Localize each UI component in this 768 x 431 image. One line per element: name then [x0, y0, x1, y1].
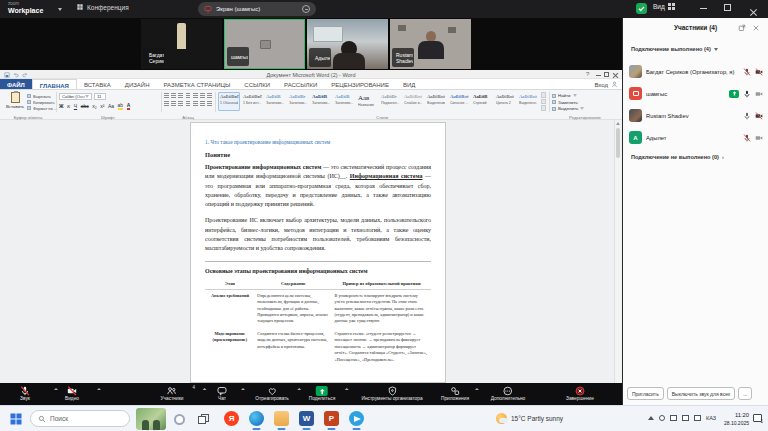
tab-insert[interactable]: ВСТАВКА [77, 79, 118, 89]
chevron-up-icon[interactable] [241, 388, 245, 390]
underline-button[interactable]: Ч [74, 104, 77, 109]
shading-button[interactable] [200, 101, 205, 106]
bold-button[interactable]: Ж [59, 104, 64, 109]
mute-button[interactable]: Звук [20, 384, 30, 404]
chevron-up-icon[interactable] [475, 388, 479, 390]
widgets-thumbnail[interactable] [136, 408, 166, 430]
italic-button[interactable]: К [67, 104, 70, 109]
start-button[interactable] [10, 413, 22, 425]
tab-references[interactable]: ССЫЛКИ [237, 79, 277, 89]
taskbar-app-telegram[interactable] [349, 411, 364, 426]
sign-in-button[interactable]: Вход [594, 81, 618, 88]
style-chip[interactable]: АаБбВгЗаголово... [287, 92, 309, 111]
participant-row[interactable]: Rustam Shadiev [629, 106, 763, 125]
style-chip[interactable]: АаБбВвГ1 Без инт... [241, 92, 263, 111]
font-size-select[interactable]: 11 [94, 93, 106, 100]
numbering-button[interactable] [171, 93, 176, 98]
video-tile-shamgys-sharing[interactable]: шамгыс [224, 19, 305, 69]
style-chip[interactable]: АаБбВгдСлабое в... [402, 92, 424, 111]
camera-muted-icon[interactable] [755, 68, 763, 76]
mic-muted-icon[interactable] [743, 68, 751, 76]
style-chip[interactable]: АаБбВгПодзагол... [379, 92, 401, 111]
style-chip[interactable]: АаБбВгдСильное ... [448, 92, 470, 111]
taskbar-app-browser[interactable] [249, 411, 264, 426]
mic-on-icon[interactable] [743, 112, 751, 120]
window-maximize-button[interactable] [724, 4, 731, 11]
taskbar-search[interactable]: Поиск [30, 410, 130, 427]
participant-row[interactable]: А Адылет [629, 128, 763, 147]
document-page[interactable]: 1. Что такое проектирование информационн… [190, 122, 446, 383]
style-chip[interactable]: АаБбВгдЦитата 2 [494, 92, 516, 111]
footer-more-button[interactable]: ... [738, 387, 752, 400]
taskbar-app-explorer[interactable] [274, 411, 289, 426]
tray-chevron-up-icon[interactable] [648, 416, 654, 420]
style-chip[interactable]: АаБбВСтрогий [471, 92, 493, 111]
tab-mailings[interactable]: РАССЫЛКИ [277, 79, 324, 89]
help-icon[interactable]: ? [586, 71, 589, 77]
font-name-select[interactable]: Calibri (Осн [59, 93, 92, 100]
scroll-up-arrow[interactable] [615, 120, 621, 127]
copilot-icon[interactable] [174, 414, 185, 425]
bullets-button[interactable] [164, 93, 169, 98]
tray-volume-icon[interactable] [694, 415, 701, 421]
superscript-button[interactable]: х² [100, 104, 104, 109]
borders-button[interactable] [207, 101, 212, 106]
camera-off-icon[interactable] [755, 90, 763, 98]
end-meeting-button[interactable]: Завершение [566, 384, 594, 404]
camera-off-icon[interactable] [755, 134, 763, 142]
sort-button[interactable] [200, 93, 205, 98]
styles-gallery-scroll[interactable] [541, 92, 546, 111]
chevron-up-icon[interactable] [345, 388, 349, 390]
justify-button[interactable] [186, 101, 191, 106]
video-tile-adylet[interactable]: Адылет [307, 19, 388, 69]
tab-home[interactable]: ГЛАВНАЯ [32, 79, 77, 89]
word-maximize-button[interactable] [604, 72, 609, 77]
participant-row[interactable]: Багдат Сериков (Организатор, я) [629, 62, 763, 81]
tab-view[interactable]: ВИД [396, 79, 422, 89]
video-tile-bagdat[interactable]: Багдат Сериков [141, 19, 222, 69]
taskbar-clock[interactable]: 11:20 28.10.2025 [723, 412, 749, 426]
change-case-button[interactable]: Аа [108, 104, 114, 109]
align-right-button[interactable] [178, 101, 183, 106]
not-connected-section-header[interactable]: Подключение не выполнено (0) › [631, 154, 724, 160]
chevron-up-icon[interactable] [97, 388, 101, 390]
window-close-button[interactable] [749, 8, 758, 17]
taskbar-app-powerpoint[interactable]: P [324, 411, 339, 426]
share-screen-button[interactable]: Поделиться [309, 384, 336, 404]
style-chip[interactable]: АаБбВвГ1 Обычный [218, 92, 240, 111]
notification-icon[interactable]: 1 [753, 414, 762, 422]
paste-button[interactable]: Вставить [5, 92, 25, 112]
chevron-up-icon[interactable] [203, 388, 207, 390]
style-chip[interactable]: АаБбВЗаголово... [333, 92, 355, 111]
tab-layout[interactable]: РАЗМЕТКА СТРАНИЦЫ [157, 79, 238, 89]
meeting-tab[interactable]: Конференция [76, 3, 129, 11]
security-shield-icon[interactable] [636, 3, 647, 14]
chevron-down-icon[interactable] [58, 8, 62, 11]
taskbar-weather[interactable]: 15°C Partly sunny [496, 413, 563, 424]
chevron-up-icon[interactable] [54, 388, 58, 390]
word-minimize-button[interactable] [596, 75, 601, 76]
invite-button[interactable]: Пригласить [627, 387, 664, 400]
participants-button[interactable]: 4 Участники [161, 384, 184, 404]
align-left-button[interactable] [164, 101, 169, 106]
window-minimize-button[interactable] [700, 8, 707, 9]
mic-on-icon[interactable] [743, 90, 751, 98]
format-painter-button[interactable]: Формат по образцу [27, 105, 59, 111]
language-indicator[interactable]: КАЗ [706, 415, 716, 421]
apps-button[interactable]: Приложения [441, 384, 469, 404]
increase-indent-button[interactable] [193, 93, 198, 98]
align-center-button[interactable] [171, 101, 176, 106]
scrollbar-thumb[interactable] [616, 128, 620, 158]
tab-design[interactable]: ДИЗАЙН [118, 79, 157, 89]
chat-button[interactable]: Чат [217, 384, 227, 404]
document-scrollbar[interactable] [614, 120, 621, 383]
multilevel-list-button[interactable] [178, 93, 183, 98]
task-view-button[interactable] [198, 414, 209, 425]
show-marks-button[interactable] [207, 93, 212, 98]
popout-icon[interactable] [738, 24, 746, 32]
chevron-up-icon[interactable] [297, 388, 301, 390]
style-chip[interactable]: АавНазвание [356, 92, 378, 111]
style-chip[interactable]: АаБбВгдВыделенн... [517, 92, 539, 111]
select-button[interactable]: Выделить [552, 106, 584, 113]
style-chip[interactable]: АаБбВЗаголово... [264, 92, 286, 111]
